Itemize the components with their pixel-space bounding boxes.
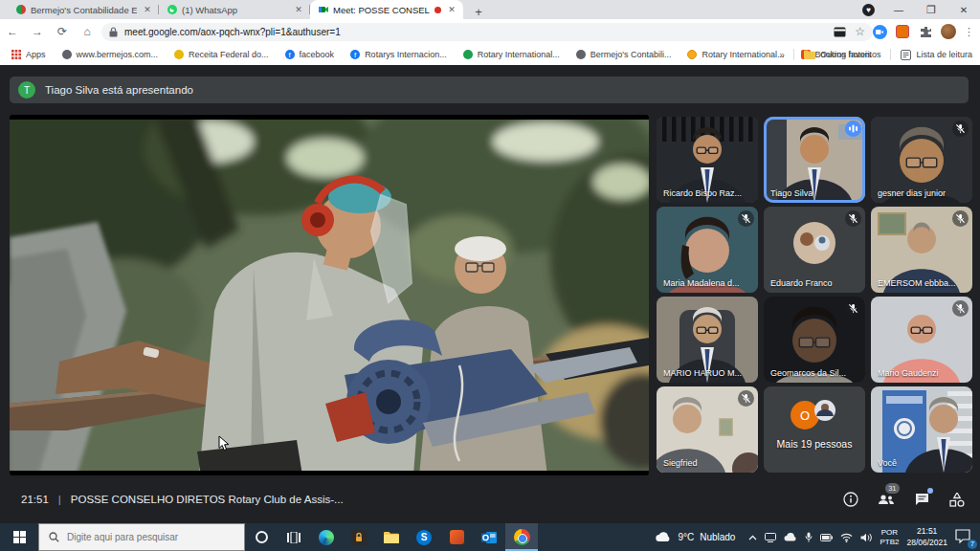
participant-name: EMERSOM ebbba... <box>878 278 956 288</box>
bookmark-star-icon[interactable]: ☆ <box>855 25 865 38</box>
taskbar-weather[interactable]: 9°C Nublado <box>656 532 735 542</box>
participant-tile[interactable]: Você <box>871 386 972 473</box>
participants-panel-icon[interactable]: 31 <box>877 490 896 509</box>
tray-battery-icon[interactable] <box>820 534 833 541</box>
browser-tab-strip: Bermejo's Contabilidade Empre ✕ (1) What… <box>0 0 980 19</box>
tray-chevron-icon[interactable] <box>748 535 757 540</box>
address-bar[interactable]: meet.google.com/aox-pqch-wnx?pli=1&authu… <box>101 23 873 41</box>
bookmark-rotary-international-1[interactable]: Rotary International... <box>463 50 560 59</box>
mic-off-icon <box>955 123 966 134</box>
tab-close-icon[interactable]: ✕ <box>293 4 304 15</box>
activities-icon[interactable] <box>947 490 967 509</box>
tab-close-icon[interactable]: ✕ <box>446 4 457 15</box>
meeting-title: POSSE CONSELHO DIRETOS Rotary Club de As… <box>71 494 344 505</box>
presenter-avatar: T <box>18 81 35 99</box>
whatsapp-favicon <box>167 5 177 14</box>
bookmark-receita-federal[interactable]: Receita Federal do... <box>174 50 269 59</box>
reading-list-button[interactable]: Lista de leitura <box>901 50 972 60</box>
bookmark-bermejos-site[interactable]: www.bermejos.com... <box>62 50 159 59</box>
participant-name: Siegfried <box>663 458 698 468</box>
taskbar-search[interactable] <box>38 523 245 551</box>
chat-panel-icon[interactable] <box>912 490 931 509</box>
search-icon <box>49 532 59 542</box>
window-minimize-button[interactable]: — <box>882 0 915 19</box>
receita-icon <box>174 50 184 59</box>
weather-condition: Nublado <box>700 532 735 542</box>
bookmark-bermejo-contabilidade[interactable]: Bermejo's Contabili... <box>576 50 672 59</box>
bookmark-rotary-international-2[interactable]: Rotary International... <box>687 50 784 59</box>
tab-meet-active[interactable]: Meet: POSSE CONSELHO DI ✕ <box>310 0 463 19</box>
office-app-icon[interactable] <box>440 523 473 551</box>
bookmark-label: Rotary International... <box>478 50 560 59</box>
participant-tile[interactable]: MARIO HARUO M... <box>657 297 758 383</box>
reload-button[interactable]: ⟳ <box>50 19 75 44</box>
back-button[interactable]: ← <box>0 19 25 44</box>
participant-tile[interactable]: Siegfried <box>657 386 758 473</box>
tab-close-icon[interactable]: ✕ <box>142 4 153 15</box>
chrome-icon-active[interactable] <box>505 523 538 551</box>
tray-onedrive-icon[interactable] <box>784 533 797 541</box>
mic-muted-badge <box>845 300 861 317</box>
save-card-icon[interactable] <box>834 27 846 37</box>
bookmark-label: www.bermejos.com... <box>77 50 159 59</box>
rotary-green-icon <box>463 50 473 59</box>
participant-tile[interactable]: Maria Madalena d... <box>657 207 758 293</box>
meet-extension-icon[interactable] <box>895 24 910 39</box>
taskbar-search-input[interactable] <box>67 532 225 542</box>
tray-language-indicator[interactable]: POR PTB2 <box>880 528 899 547</box>
participant-video: O <box>764 386 865 473</box>
tray-wifi-icon[interactable] <box>840 533 853 542</box>
extensions-puzzle-icon[interactable] <box>918 24 933 39</box>
overflow-participants-tile[interactable]: OMais 19 pessoas <box>764 386 865 473</box>
browser-profile-avatar[interactable] <box>941 24 956 39</box>
zoom-extension-icon[interactable] <box>872 24 887 39</box>
globe-icon <box>576 50 586 59</box>
tray-volume-icon[interactable] <box>860 533 872 542</box>
edge-icon[interactable] <box>310 523 343 551</box>
bookmark-label: facebook <box>300 50 335 59</box>
bookmark-facebook[interactable]: f facebook <box>285 50 335 59</box>
start-button[interactable] <box>0 523 38 551</box>
security-token-app-icon[interactable] <box>343 523 375 551</box>
home-button[interactable]: ⌂ <box>75 19 100 44</box>
bookmark-label: Rotarys Internacion... <box>365 50 447 59</box>
participant-tile[interactable]: Geomarcos da Sil... <box>764 297 865 383</box>
windows-logo-icon <box>13 531 26 543</box>
cortana-icon[interactable] <box>245 523 278 551</box>
bookmark-rotarys-internacional[interactable]: f Rotarys Internacion... <box>350 50 447 59</box>
action-center-icon[interactable]: 7 <box>955 529 974 546</box>
skype-icon[interactable]: S <box>408 523 440 551</box>
tray-mic-icon[interactable] <box>805 532 813 542</box>
presentation-video[interactable] <box>10 115 649 475</box>
mic-off-icon <box>955 213 966 224</box>
other-favorites-folder[interactable]: Outros favoritos <box>804 50 881 59</box>
tab-title: Bermejo's Contabilidade Empre <box>31 5 137 15</box>
tray-clock[interactable]: 21:51 28/06/2021 <box>906 526 947 547</box>
tray-device-icon[interactable] <box>765 533 776 542</box>
new-tab-button[interactable]: + <box>471 5 486 19</box>
participant-tile[interactable]: Eduardo Franco <box>764 207 865 293</box>
outlook-icon[interactable] <box>473 523 505 551</box>
participant-name: Maria Madalena d... <box>663 278 740 288</box>
participant-tile[interactable]: EMERSOM ebbba... <box>871 207 972 293</box>
participant-tile[interactable]: Mario Gaudenzi <box>871 297 972 383</box>
meeting-details-icon[interactable] <box>841 490 860 509</box>
profile-badge-icon[interactable]: ♥ <box>862 4 875 16</box>
file-explorer-icon[interactable] <box>375 523 408 551</box>
tab-whatsapp[interactable]: (1) WhatsApp ✕ <box>159 0 310 19</box>
extensions-row: ⋮ <box>872 19 974 44</box>
reading-list-icon <box>901 50 911 60</box>
participant-tile[interactable]: gesner dias junior <box>871 117 972 203</box>
tab-bermejo[interactable]: Bermejo's Contabilidade Empre ✕ <box>8 0 159 19</box>
participants-grid: Ricardo Bispo Raz...Tiago Silva gesner d… <box>657 117 972 473</box>
window-maximize-button[interactable]: ❐ <box>915 0 947 19</box>
bookmarks-overflow-chevron[interactable]: » <box>779 50 784 60</box>
presenting-banner: T Tiago Silva está apresentando <box>10 77 969 103</box>
forward-button[interactable]: → <box>25 19 50 44</box>
bookmark-apps[interactable]: Apps <box>11 50 46 59</box>
task-view-icon[interactable] <box>278 523 310 551</box>
participant-tile[interactable]: Ricardo Bispo Raz... <box>657 117 758 203</box>
window-close-button[interactable]: ✕ <box>947 0 980 19</box>
participant-tile[interactable]: Tiago Silva <box>764 117 865 203</box>
browser-menu-icon[interactable]: ⋮ <box>964 26 974 38</box>
